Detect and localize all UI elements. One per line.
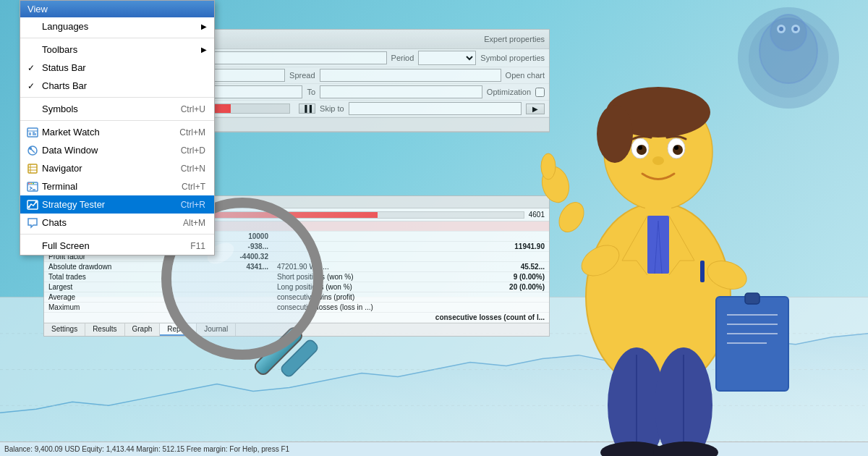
status-text: Balance: 9,400.09 USD Equity: 1,413.44 M… bbox=[4, 445, 289, 453]
svg-rect-54 bbox=[35, 133, 36, 135]
svg-point-20 bbox=[597, 105, 633, 163]
chats-shortcut: Alt+M bbox=[161, 218, 205, 228]
strategy-tester-icon bbox=[26, 198, 39, 211]
skip-to-label: Skip to bbox=[320, 104, 344, 113]
symbols-label: Symbols bbox=[42, 104, 78, 114]
data-window-icon bbox=[26, 144, 39, 157]
svg-point-25 bbox=[638, 145, 642, 150]
period-select[interactable] bbox=[418, 51, 476, 65]
full-screen-shortcut: F11 bbox=[169, 241, 205, 251]
menu-item-charts-bar[interactable]: Charts Bar bbox=[20, 77, 214, 95]
menu-item-data-window[interactable]: Data Window Ctrl+D bbox=[20, 141, 214, 159]
strategy-tester-shortcut: Ctrl+R bbox=[159, 200, 205, 210]
full-screen-label: Full Screen bbox=[42, 240, 90, 251]
svg-rect-38 bbox=[745, 293, 760, 304]
spread-label: Spread bbox=[289, 71, 315, 80]
svg-point-10 bbox=[779, 27, 783, 31]
pause-button[interactable]: ▐▐ bbox=[299, 104, 315, 114]
separator-2 bbox=[20, 97, 214, 98]
terminal-label: Terminal bbox=[42, 181, 77, 192]
data-window-shortcut: Ctrl+D bbox=[159, 145, 205, 156]
svg-rect-53 bbox=[33, 132, 35, 135]
chats-label: Chats bbox=[42, 217, 67, 228]
svg-point-70 bbox=[35, 200, 38, 203]
navigator-label: Navigator bbox=[42, 163, 82, 174]
charts-bar-label: Charts Bar bbox=[42, 80, 87, 91]
data-window-label: Data Window bbox=[42, 145, 98, 156]
svg-point-26 bbox=[674, 145, 678, 150]
skip-to-input[interactable] bbox=[349, 102, 522, 115]
separator-3 bbox=[20, 120, 214, 121]
3d-character bbox=[506, 36, 810, 456]
market-watch-label: Market Watch bbox=[42, 127, 100, 138]
menu-item-languages[interactable]: Languages bbox=[20, 17, 214, 35]
separator-4 bbox=[20, 234, 214, 235]
menu-item-status-bar[interactable]: Status Bar bbox=[20, 59, 214, 77]
tab-settings-report[interactable]: Settings bbox=[44, 324, 85, 336]
to-label: To bbox=[307, 88, 315, 96]
status-bar-label: Status Bar bbox=[42, 62, 86, 73]
strategy-tester-label: Strategy Tester bbox=[42, 199, 105, 210]
menu-item-strategy-tester[interactable]: Strategy Tester Ctrl+R bbox=[20, 195, 214, 214]
menu-item-terminal[interactable]: Terminal Ctrl+T bbox=[20, 177, 214, 195]
svg-rect-58 bbox=[28, 164, 37, 173]
market-watch-icon bbox=[26, 126, 39, 139]
view-menu: View Languages Toolbars Status Bar Chart… bbox=[20, 0, 215, 256]
menu-item-toolbars[interactable]: Toolbars bbox=[20, 41, 214, 59]
menu-item-symbols[interactable]: Symbols Ctrl+U bbox=[20, 100, 214, 118]
svg-point-64 bbox=[28, 182, 30, 184]
navigator-shortcut: Ctrl+N bbox=[159, 164, 205, 174]
tab-graph[interactable]: Graph bbox=[125, 324, 161, 336]
svg-point-57 bbox=[29, 147, 32, 150]
separator-1 bbox=[20, 38, 214, 38]
menu-item-market-watch[interactable]: Market Watch Ctrl+M bbox=[20, 123, 214, 141]
svg-point-69 bbox=[28, 206, 30, 208]
menu-item-full-screen[interactable]: Full Screen F11 bbox=[20, 237, 214, 255]
spread-input[interactable] bbox=[320, 69, 501, 82]
market-watch-shortcut: Ctrl+M bbox=[158, 127, 205, 138]
svg-point-33 bbox=[554, 198, 589, 236]
toolbars-label: Toolbars bbox=[42, 44, 77, 55]
svg-rect-52 bbox=[29, 132, 31, 135]
to-input[interactable] bbox=[320, 85, 482, 98]
menu-item-navigator[interactable]: Navigator Ctrl+N bbox=[20, 159, 214, 177]
svg-point-66 bbox=[33, 182, 34, 184]
svg-point-35 bbox=[541, 153, 556, 180]
languages-label: Languages bbox=[42, 21, 88, 32]
menu-title: View bbox=[20, 1, 214, 17]
navigator-icon bbox=[26, 162, 39, 175]
symbols-shortcut: Ctrl+U bbox=[159, 104, 205, 114]
svg-rect-37 bbox=[716, 297, 788, 391]
svg-point-65 bbox=[30, 182, 32, 184]
tab-results[interactable]: Results bbox=[85, 324, 124, 336]
svg-point-27 bbox=[652, 156, 664, 165]
menu-item-chats[interactable]: Chats Alt+M bbox=[20, 214, 214, 232]
svg-rect-43 bbox=[700, 261, 705, 282]
period-label: Period bbox=[391, 54, 414, 62]
terminal-icon bbox=[26, 180, 39, 193]
svg-point-11 bbox=[793, 27, 798, 31]
chats-icon bbox=[26, 216, 39, 229]
terminal-shortcut: Ctrl+T bbox=[160, 182, 205, 192]
